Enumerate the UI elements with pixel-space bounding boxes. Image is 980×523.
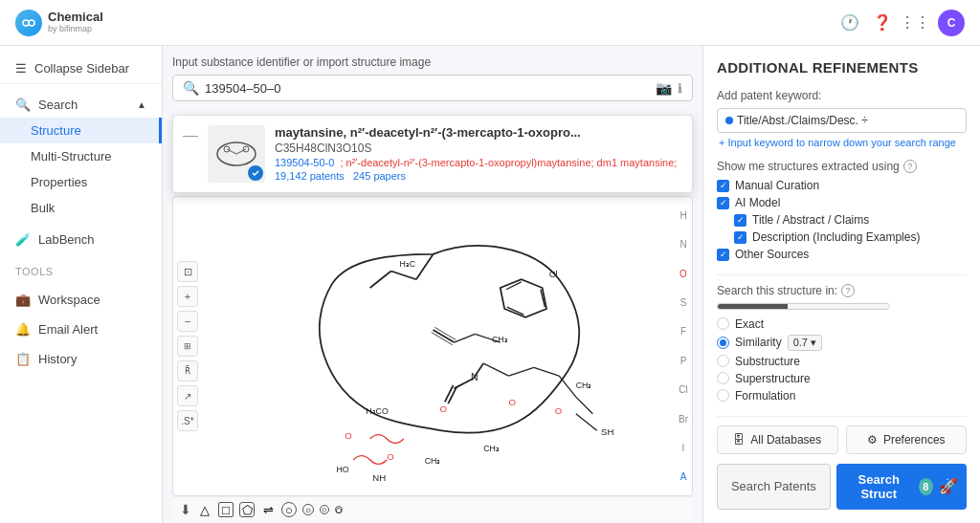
- radio-substructure[interactable]: Substructure: [717, 355, 967, 368]
- sidebar-item-properties[interactable]: Properties: [0, 169, 162, 195]
- tab-markush[interactable]: Markush (Beta): [788, 304, 889, 310]
- checkbox-manual-curation[interactable]: Manual Curation: [717, 179, 967, 192]
- sidebar-item-bulk[interactable]: Bulk: [0, 195, 162, 221]
- history-icon[interactable]: 🕐: [840, 13, 859, 33]
- search-patents-btn[interactable]: Search Patents: [717, 464, 831, 510]
- camera-icon[interactable]: 📷: [656, 80, 672, 96]
- suggestion-badge: [248, 165, 263, 181]
- suggestion-dash: —: [183, 127, 198, 144]
- preferences-btn[interactable]: ⚙ Preferences: [846, 425, 968, 454]
- zoom-out-btn[interactable]: −: [177, 311, 198, 332]
- checkbox-title-abstract-label: Title / Abstract / Claims: [752, 213, 869, 227]
- grid-icon[interactable]: ⋮⋮: [905, 13, 924, 33]
- svg-point-1: [29, 20, 34, 26]
- radio-similarity[interactable]: Similarity 0.7 ▾: [717, 335, 967, 351]
- checkbox-ai-model-label: AI Model: [735, 196, 780, 209]
- search-icon: 🔍: [15, 98, 31, 112]
- content-area: Input substance identifier or import str…: [163, 46, 702, 523]
- svg-line-33: [483, 363, 508, 376]
- db-row: 🗄 All Databases ⚙ Preferences: [717, 425, 967, 454]
- user-avatar[interactable]: C: [938, 10, 965, 36]
- sidebar-item-structure[interactable]: Structure: [0, 118, 162, 143]
- search-structure-help-icon[interactable]: ?: [841, 284, 855, 297]
- sidebar-item-multi-structure[interactable]: Multi-Structure: [0, 143, 162, 169]
- svg-marker-10: [500, 279, 546, 317]
- tools-label: Tools: [0, 258, 162, 285]
- radio-superstructure-label: Superstructure: [735, 372, 811, 385]
- logo-icon: [15, 10, 42, 36]
- similarity-value[interactable]: 0.7 ▾: [788, 335, 822, 351]
- substance-input[interactable]: [205, 81, 650, 96]
- import-icon[interactable]: ⬇: [180, 502, 191, 517]
- circle-xs-shape[interactable]: ○: [320, 505, 329, 514]
- tab-structure[interactable]: Structure: [718, 304, 788, 310]
- panel-title: ADDITIONAL REFINEMENTS: [717, 59, 967, 76]
- preferences-icon: ⚙: [867, 433, 878, 447]
- keyword-dropdown[interactable]: Title/Abst./Claims/Desc. ÷: [717, 108, 967, 133]
- svg-line-30: [433, 330, 454, 342]
- svg-line-42: [448, 386, 457, 403]
- square-shape[interactable]: □: [218, 502, 234, 517]
- all-databases-btn[interactable]: 🗄 All Databases: [717, 425, 838, 454]
- info-icon[interactable]: ℹ: [678, 81, 682, 96]
- keyword-dot: [725, 117, 733, 124]
- search-input-bar: 🔍 📷 ℹ: [172, 75, 693, 101]
- search-header[interactable]: 🔍 Search ▲: [0, 92, 162, 118]
- zoom-fit-btn[interactable]: ⊡: [177, 261, 198, 282]
- help-icon[interactable]: ❓: [873, 13, 892, 33]
- show-me-help-icon[interactable]: ?: [903, 160, 917, 173]
- radio-exact[interactable]: Exact: [717, 317, 967, 331]
- radio-superstructure[interactable]: Superstructure: [717, 372, 967, 385]
- svg-line-35: [533, 367, 558, 376]
- search-structure-badge: 8: [919, 478, 933, 495]
- email-alert-label: Email Alert: [38, 322, 98, 337]
- arrow-shape[interactable]: ⇌: [260, 502, 276, 517]
- all-databases-label: All Databases: [750, 433, 821, 447]
- sidebar-item-history[interactable]: 📋 History: [0, 344, 162, 374]
- svg-text:CH₃: CH₃: [483, 444, 500, 453]
- svg-text:CH₃: CH₃: [575, 381, 591, 390]
- radio-similarity-label: Similarity: [735, 336, 782, 349]
- collapse-label: Collapse Sidebar: [34, 61, 129, 76]
- logo-area: Chemical by bifinmap: [15, 10, 103, 36]
- svg-line-28: [575, 413, 596, 430]
- checkbox-other-sources[interactable]: Other Sources: [717, 248, 967, 261]
- rocket-icon: 🚀: [939, 477, 958, 495]
- checkbox-description-label: Description (Including Examples): [752, 230, 920, 244]
- checkbox-ai-model[interactable]: AI Model: [717, 196, 967, 209]
- search-structure-btn[interactable]: Search Struct 8 🚀: [836, 464, 967, 510]
- keyword-hint: + Input keyword to narrow down your sear…: [717, 137, 967, 148]
- checkbox-description[interactable]: Description (Including Examples): [717, 230, 967, 244]
- ruler-btn[interactable]: R̄: [177, 360, 198, 381]
- suggestion-id-link[interactable]: 139504-50-0: [275, 157, 334, 168]
- search-structure-label: Search this structure in: ?: [717, 284, 967, 297]
- suggestion-thumb: [208, 125, 265, 183]
- sidebar-item-email-alert[interactable]: 🔔 Email Alert: [0, 315, 162, 344]
- search-label: Search: [38, 98, 78, 112]
- molecule-canvas: ⊡ + − ⊞ R̄ ↗ .S* H N O S F P Cl: [172, 196, 693, 496]
- grid-toggle-btn[interactable]: ⊞: [177, 336, 198, 357]
- search-structure-label: Search Struct: [845, 472, 913, 501]
- checkbox-other-sources-icon: [717, 249, 729, 261]
- circle-small-shape[interactable]: ○: [302, 504, 314, 515]
- suggestion-dropdown[interactable]: — maytansine,: [172, 115, 693, 193]
- svg-text:NH: NH: [372, 472, 386, 481]
- collapse-sidebar-btn[interactable]: ☰ Collapse Sidebar: [0, 54, 162, 84]
- checkbox-other-sources-label: Other Sources: [735, 248, 809, 261]
- checkbox-title-abstract[interactable]: Title / Abstract / Claims: [717, 213, 967, 227]
- suggestion-name: maytansine, n²′-deacetyl-n²′-(3-mercapto…: [275, 125, 619, 140]
- preferences-label: Preferences: [883, 433, 946, 447]
- star-btn[interactable]: .S*: [177, 410, 198, 431]
- arrow-btn[interactable]: ↗: [177, 385, 198, 406]
- sidebar-item-workspace[interactable]: 💼 Workspace: [0, 285, 162, 315]
- circle-xxs-shape[interactable]: ○: [335, 506, 343, 513]
- sidebar-item-labench[interactable]: 🧪 LabBench: [0, 225, 162, 254]
- svg-line-31: [454, 334, 475, 342]
- triangle-shape[interactable]: △: [197, 502, 212, 517]
- radio-superstructure-btn: [717, 372, 729, 384]
- letter-index: H N O S F P Cl Br I A: [675, 197, 692, 495]
- circle-shape[interactable]: ○: [281, 502, 297, 517]
- zoom-in-btn[interactable]: +: [177, 286, 198, 307]
- radio-formulation[interactable]: Formulation: [717, 389, 967, 403]
- pentagon-shape[interactable]: ⬠: [239, 502, 255, 517]
